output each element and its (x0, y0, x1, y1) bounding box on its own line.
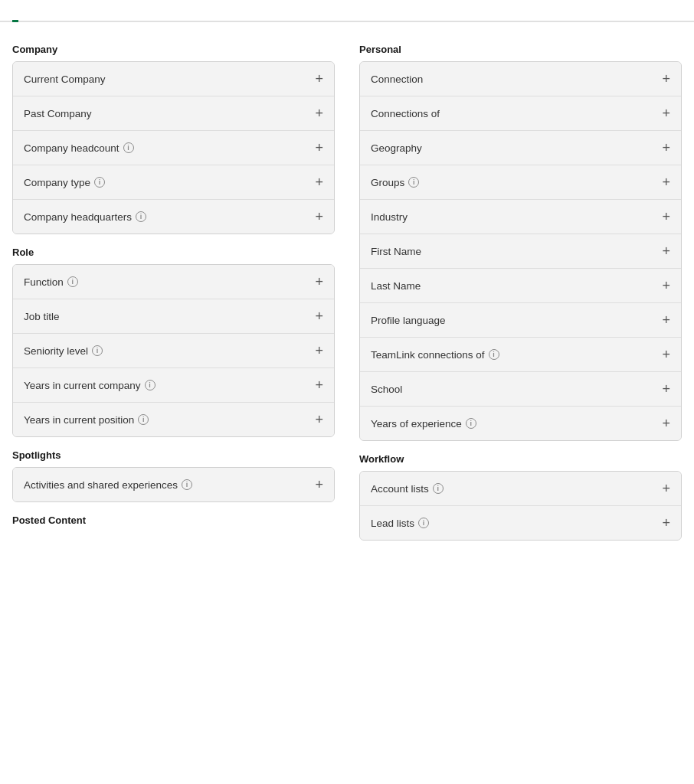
filter-item-lead-lists[interactable]: Lead listsi+ (360, 506, 681, 540)
add-filter-company-type[interactable]: + (315, 175, 323, 189)
filter-item-current-company[interactable]: Current Company+ (13, 62, 334, 96)
add-filter-lead-lists[interactable]: + (662, 516, 670, 530)
filter-item-geography[interactable]: Geography+ (360, 131, 681, 165)
add-filter-profile-language[interactable]: + (662, 313, 670, 327)
info-icon-teamlink-connections-of: i (489, 349, 499, 360)
add-filter-connections-of[interactable]: + (662, 106, 670, 120)
filter-label-text-groups: Groups (371, 177, 404, 188)
filter-item-activities-shared-experiences[interactable]: Activities and shared experiencesi+ (13, 468, 334, 501)
add-filter-company-headcount[interactable]: + (315, 141, 323, 155)
tab-account[interactable] (37, 0, 43, 22)
filter-item-years-of-experience[interactable]: Years of experiencei+ (360, 407, 681, 440)
filter-label-last-name: Last Name (371, 280, 421, 292)
filter-label-text-activities-shared-experiences: Activities and shared experiences (24, 479, 178, 491)
filter-item-connections-of[interactable]: Connections of+ (360, 96, 681, 131)
filter-label-job-title: Job title (24, 311, 60, 322)
filter-item-connection[interactable]: Connection+ (360, 62, 681, 96)
filter-label-teamlink-connections-of: TeamLink connections ofi (371, 349, 499, 361)
section-title-company: Company (12, 44, 335, 55)
tab-bar (0, 0, 694, 22)
info-icon-groups: i (408, 177, 419, 188)
filter-item-job-title[interactable]: Job title+ (13, 299, 334, 334)
filter-item-years-in-current-position[interactable]: Years in current positioni+ (13, 403, 334, 436)
filter-label-text-function: Function (24, 276, 64, 288)
info-icon-years-in-current-position: i (138, 414, 149, 425)
tab-lead[interactable] (12, 0, 18, 22)
add-filter-company-headquarters[interactable]: + (315, 210, 323, 224)
add-filter-current-company[interactable]: + (315, 72, 323, 86)
info-icon-years-of-experience: i (466, 418, 476, 429)
filter-item-school[interactable]: School+ (360, 372, 681, 407)
info-icon-function: i (67, 276, 78, 287)
filter-label-text-company-type: Company type (24, 177, 90, 188)
add-filter-last-name[interactable]: + (662, 279, 670, 292)
add-filter-groups[interactable]: + (662, 175, 670, 189)
filter-item-function[interactable]: Functioni+ (13, 265, 334, 299)
filter-item-past-company[interactable]: Past Company+ (13, 96, 334, 131)
filter-group-personal: Connection+Connections of+Geography+Grou… (359, 61, 682, 441)
info-icon-account-lists: i (433, 483, 444, 494)
add-filter-teamlink-connections-of[interactable]: + (662, 348, 670, 361)
filter-item-company-headquarters[interactable]: Company headquartersi+ (13, 200, 334, 234)
add-filter-job-title[interactable]: + (315, 309, 323, 323)
filter-label-text-first-name: First Name (371, 246, 421, 257)
filter-group-workflow: Account listsi+Lead listsi+ (359, 471, 682, 541)
info-icon-lead-lists: i (418, 518, 429, 528)
filter-label-years-of-experience: Years of experiencei (371, 418, 476, 430)
info-icon-company-headcount: i (123, 142, 134, 153)
filter-item-industry[interactable]: Industry+ (360, 200, 681, 234)
add-filter-connection[interactable]: + (662, 72, 670, 86)
filter-label-profile-language: Profile language (371, 315, 446, 326)
filter-label-activities-shared-experiences: Activities and shared experiencesi (24, 479, 192, 491)
left-column: CompanyCurrent Company+Past Company+Comp… (12, 41, 347, 553)
filter-label-text-years-of-experience: Years of experience (371, 418, 462, 430)
filter-label-text-account-lists: Account lists (371, 483, 429, 495)
section-title-spotlights: Spotlights (12, 449, 335, 461)
filter-label-company-headquarters: Company headquartersi (24, 211, 146, 223)
filter-label-company-type: Company typei (24, 177, 105, 188)
info-icon-activities-shared-experiences: i (182, 479, 192, 490)
filter-label-text-seniority-level: Seniority level (24, 345, 88, 357)
filter-label-school: School (371, 384, 402, 395)
add-filter-seniority-level[interactable]: + (315, 344, 323, 358)
filter-item-seniority-level[interactable]: Seniority leveli+ (13, 334, 334, 368)
filter-label-text-company-headcount: Company headcount (24, 142, 119, 154)
section-title-posted-content: Posted Content (12, 514, 335, 526)
add-filter-past-company[interactable]: + (315, 106, 323, 120)
filter-item-years-in-current-company[interactable]: Years in current companyi+ (13, 368, 334, 403)
filter-item-company-type[interactable]: Company typei+ (13, 165, 334, 200)
filter-item-first-name[interactable]: First Name+ (360, 234, 681, 269)
filter-label-text-teamlink-connections-of: TeamLink connections of (371, 349, 485, 361)
add-filter-first-name[interactable]: + (662, 244, 670, 258)
filter-item-company-headcount[interactable]: Company headcounti+ (13, 131, 334, 165)
add-filter-function[interactable]: + (315, 275, 323, 289)
info-icon-company-type: i (94, 177, 105, 188)
add-filter-years-in-current-company[interactable]: + (315, 378, 323, 392)
add-filter-years-in-current-position[interactable]: + (315, 413, 323, 426)
filter-item-groups[interactable]: Groupsi+ (360, 165, 681, 200)
section-title-role: Role (12, 247, 335, 258)
add-filter-activities-shared-experiences[interactable]: + (315, 478, 323, 492)
main-content: CompanyCurrent Company+Past Company+Comp… (0, 41, 694, 553)
filter-group-role: Functioni+Job title+Seniority leveli+Yea… (12, 264, 335, 437)
section-title-workflow: Workflow (359, 453, 682, 465)
filter-label-text-lead-lists: Lead lists (371, 518, 414, 529)
filter-label-text-last-name: Last Name (371, 280, 421, 292)
add-filter-account-lists[interactable]: + (662, 482, 670, 495)
add-filter-years-of-experience[interactable]: + (662, 416, 670, 430)
filter-label-company-headcount: Company headcounti (24, 142, 134, 154)
filter-label-text-profile-language: Profile language (371, 315, 446, 326)
info-icon-company-headquarters: i (136, 211, 146, 222)
filter-group-company: Current Company+Past Company+Company hea… (12, 61, 335, 234)
filter-label-text-job-title: Job title (24, 311, 60, 322)
filter-label-lead-lists: Lead listsi (371, 518, 429, 529)
filter-item-last-name[interactable]: Last Name+ (360, 269, 681, 303)
filter-label-connections-of: Connections of (371, 108, 440, 119)
filter-item-teamlink-connections-of[interactable]: TeamLink connections ofi+ (360, 338, 681, 372)
filter-item-profile-language[interactable]: Profile language+ (360, 303, 681, 338)
filter-label-text-geography: Geography (371, 142, 422, 154)
filter-item-account-lists[interactable]: Account listsi+ (360, 472, 681, 506)
add-filter-industry[interactable]: + (662, 210, 670, 224)
add-filter-geography[interactable]: + (662, 141, 670, 155)
add-filter-school[interactable]: + (662, 382, 670, 396)
